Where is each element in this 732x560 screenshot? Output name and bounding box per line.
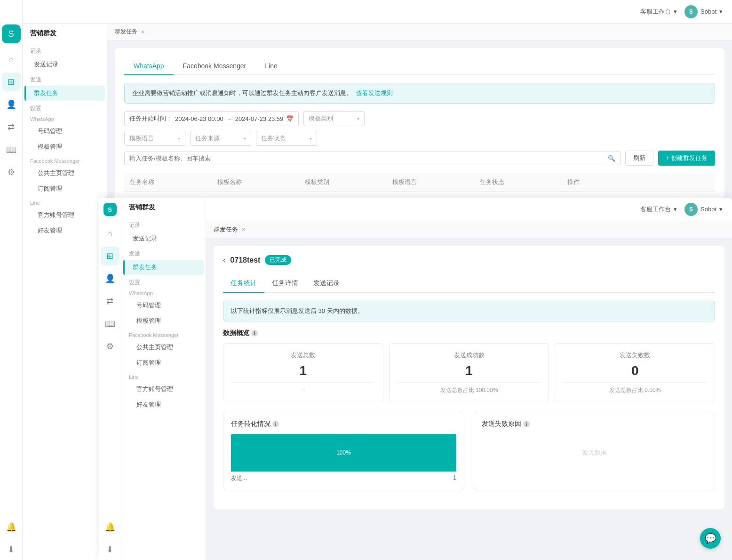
refresh-button[interactable]: 刷新 <box>625 151 653 166</box>
nav-subsection-fb: Facebook Messenger <box>23 158 107 164</box>
detail-tab-info[interactable]: 任务详情 <box>264 274 306 293</box>
topbar-service-chevron: ▾ <box>674 8 677 15</box>
overlay-breadcrumb-close[interactable]: × <box>242 226 246 233</box>
overlay-service-chevron: ▾ <box>674 206 677 213</box>
overlay-main: 客服工作台 ▾ S Sobot ▾ 群发任务 × <box>206 198 732 560</box>
sidebar-item-home[interactable]: ⌂ <box>2 50 21 69</box>
date-start: 2024-06-23 00:00 <box>175 115 223 122</box>
task-status-placeholder: 任务状态 <box>261 134 307 143</box>
overlay-nav-group-task[interactable]: 群发任务 <box>123 260 204 275</box>
topbar-user[interactable]: S Sobot ▾ <box>684 5 723 18</box>
sidebar-item-contacts[interactable]: 👤 <box>2 95 21 114</box>
sidebar-item-bell[interactable]: 🔔 <box>2 518 21 536</box>
table-header-row: 任务名称 模板名称 模板类别 模板语言 任务状态 操作 <box>124 173 715 192</box>
overlay-nav-send-record[interactable]: 发送记录 <box>123 231 204 246</box>
breadcrumb-close[interactable]: × <box>141 29 144 35</box>
overlay-user-chevron: ▾ <box>719 206 723 213</box>
overlay-nav-page[interactable]: 公共主页管理 <box>123 340 204 355</box>
detail-tab-stats[interactable]: 任务统计 <box>223 274 264 293</box>
nav-subsection-whatsapp: WhatsApp <box>23 116 107 122</box>
nav-item-official-account[interactable]: 官方账号管理 <box>24 208 105 223</box>
topbar-right: 客服工作台 ▾ S Sobot ▾ <box>640 5 723 18</box>
overlay-logo-area: S <box>99 198 121 221</box>
nav-item-friends-mgmt[interactable]: 好友管理 <box>24 223 105 238</box>
nav-item-group-task[interactable]: 群发任务 <box>24 86 105 101</box>
overlay-sidebar-settings[interactable]: ⚙ <box>101 337 119 356</box>
chart-task-title: 任务转化情况 ℹ <box>231 420 456 428</box>
template-category-placeholder: 模板类别 <box>309 114 354 123</box>
card-total-divider <box>231 382 375 383</box>
overlay-sidebar-contacts[interactable]: 👤 <box>101 269 119 288</box>
task-source-chevron: ▾ <box>244 136 246 141</box>
overview-info-icon[interactable]: ℹ <box>251 330 258 336</box>
template-lang-chevron: ▾ <box>178 136 180 141</box>
nav-item-subscribe-mgmt[interactable]: 订阅管理 <box>24 181 105 196</box>
action-row: 🔍 刷新 + 创建群发任务 <box>124 151 715 166</box>
chart-task-body: 100% 发送... 1 <box>231 434 456 482</box>
overlay-nav-official[interactable]: 官方账号管理 <box>123 382 204 397</box>
template-lang-select[interactable]: 模板语言 ▾ <box>124 131 185 146</box>
overlay-nav-number[interactable]: 号码管理 <box>123 298 204 313</box>
task-source-select[interactable]: 任务来源 ▾ <box>190 131 251 146</box>
overlay-icon-sidebar: S ⌂ ⊞ 👤 ⇄ 📖 ⚙ 🔔 ⬇ <box>99 198 121 560</box>
search-input[interactable] <box>129 155 605 162</box>
sidebar-item-flow[interactable]: ⇄ <box>2 118 21 136</box>
sidebar-item-download[interactable]: ⬇ <box>2 540 21 559</box>
task-status-select[interactable]: 任务状态 ▾ <box>256 131 317 146</box>
col-status: 任务状态 <box>474 173 562 192</box>
chart-task-bar: 100% <box>231 434 456 472</box>
overlay-nav-line: Line <box>121 374 206 380</box>
card-fail-divider <box>563 382 707 383</box>
detail-overlay: S ⌂ ⊞ 👤 ⇄ 📖 ⚙ 🔔 ⬇ 营销群发 记录 发送记录 发送 群发任务 设… <box>99 198 732 560</box>
col-lang: 模板语言 <box>387 173 474 192</box>
overlay-sidebar-flow[interactable]: ⇄ <box>101 292 119 311</box>
nav-item-page-mgmt[interactable]: 公共主页管理 <box>24 166 105 181</box>
detail-panel: ‹ 0718test 已完成 任务统计 任务详情 发送记录 以下统计指标仅展示消… <box>214 246 724 509</box>
chart-failure-info-icon[interactable]: ℹ <box>523 421 530 427</box>
sidebar-item-knowledge[interactable]: 📖 <box>2 140 21 159</box>
card-success-divider <box>397 382 541 383</box>
overlay-sidebar-home[interactable]: ⌂ <box>101 224 119 243</box>
template-category-select[interactable]: 模板类别 ▾ <box>303 111 365 126</box>
chart-section: 任务转化情况 ℹ 100% 发送... <box>223 412 715 490</box>
nav-subsection-line: Line <box>23 200 107 206</box>
detail-tab-record[interactable]: 发送记录 <box>306 274 347 293</box>
col-task-name: 任务名称 <box>124 173 212 192</box>
detail-title: 0718test <box>230 256 260 264</box>
overlay-topbar-right: 客服工作台 ▾ S Sobot ▾ <box>640 203 723 216</box>
overlay-user[interactable]: S Sobot ▾ <box>684 203 723 216</box>
overlay-sidebar-download[interactable]: ⬇ <box>101 540 119 559</box>
tab-facebook[interactable]: Facebook Messenger <box>174 57 256 75</box>
info-link[interactable]: 查看发送规则 <box>356 89 393 97</box>
date-range-picker[interactable]: 任务开始时间： 2024-06-23 00:00 → 2024-07-23 23… <box>124 111 299 126</box>
tab-line[interactable]: Line <box>255 57 286 75</box>
help-button[interactable]: 💬 <box>700 528 721 549</box>
col-template-name: 模板名称 <box>212 173 299 192</box>
detail-back-button[interactable]: ‹ <box>223 256 225 264</box>
sidebar-item-settings[interactable]: ⚙ <box>2 163 21 182</box>
overlay-sidebar-knowledge[interactable]: 📖 <box>101 314 119 333</box>
tab-whatsapp[interactable]: WhatsApp <box>124 57 174 75</box>
chart-task-info-icon[interactable]: ℹ <box>272 421 279 427</box>
card-fail-label: 发送失败数 <box>563 351 707 360</box>
overlay-nav-settings: 设置 <box>121 279 206 287</box>
overlay-service-label: 客服工作台 <box>640 205 671 214</box>
overlay-nav-friends[interactable]: 好友管理 <box>123 397 204 412</box>
nav-item-send-record[interactable]: 发送记录 <box>24 57 105 72</box>
overlay-service[interactable]: 客服工作台 ▾ <box>640 205 677 214</box>
date-range-sep: → <box>226 115 232 122</box>
overlay-sidebar-apps[interactable]: ⊞ <box>101 247 119 265</box>
topbar-service[interactable]: 客服工作台 ▾ <box>640 8 677 16</box>
overlay-nav-whatsapp: WhatsApp <box>121 290 206 296</box>
overlay-nav-subscribe[interactable]: 订阅管理 <box>123 355 204 370</box>
overlay-sidebar-bell[interactable]: 🔔 <box>101 518 119 536</box>
create-button[interactable]: + 创建群发任务 <box>658 151 715 166</box>
nav-item-number-mgmt[interactable]: 号码管理 <box>24 124 105 139</box>
card-total-send: 发送总数 1 -- <box>223 343 383 402</box>
col-category: 模板类别 <box>299 173 387 192</box>
sidebar-item-apps[interactable]: ⊞ <box>2 72 21 91</box>
data-cards: 发送总数 1 -- 发送成功数 1 发送总数占比 100.00% <box>223 343 715 402</box>
overlay-nav-template[interactable]: 模板管理 <box>123 313 204 328</box>
chart-task-bar-side-value: 1 <box>453 474 456 482</box>
nav-item-template-mgmt[interactable]: 模板管理 <box>24 139 105 154</box>
